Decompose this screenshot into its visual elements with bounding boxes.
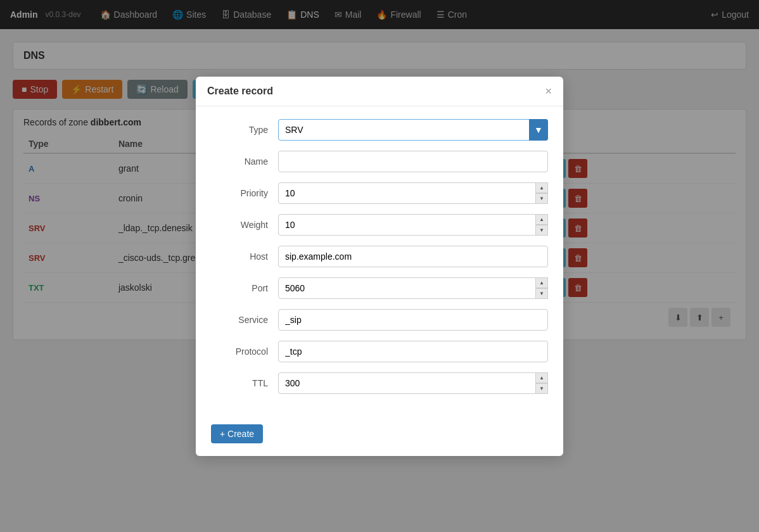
priority-up[interactable]: ▲ [535, 182, 548, 193]
field-host: Host [211, 246, 548, 267]
weight-spinner: ▲ ▼ [278, 214, 548, 236]
modal-title: Create record [207, 86, 273, 97]
protocol-input[interactable] [278, 341, 548, 353]
type-label: Type [211, 125, 268, 135]
port-label: Port [211, 283, 268, 293]
weight-spinner-buttons: ▲ ▼ [535, 214, 548, 236]
host-label: Host [211, 251, 268, 262]
name-label: Name [211, 156, 268, 167]
weight-up[interactable]: ▲ [535, 214, 548, 225]
field-weight: Weight ▲ ▼ [211, 214, 548, 236]
priority-input[interactable] [278, 182, 548, 204]
port-up[interactable]: ▲ [535, 277, 548, 288]
weight-input[interactable] [278, 214, 548, 236]
priority-spinner: ▲ ▼ [278, 182, 548, 204]
type-select[interactable]: AAAAACAACNAMEMXNSPTRSOASPFSRVSSHFPTLSATX… [278, 119, 548, 141]
port-down[interactable]: ▼ [535, 288, 548, 299]
weight-down[interactable]: ▼ [535, 225, 548, 236]
modal-overlay: Create record × Type AAAAACAACNAMEMXNSPT… [0, 0, 759, 353]
modal-header: Create record × [196, 77, 563, 106]
create-record-modal: Create record × Type AAAAACAACNAMEMXNSPT… [196, 77, 563, 353]
service-label: Service [211, 315, 268, 325]
port-input[interactable] [278, 277, 548, 299]
field-service: Service [211, 309, 548, 331]
field-priority: Priority ▲ ▼ [211, 182, 548, 204]
protocol-label: Protocol [211, 346, 268, 353]
field-port: Port ▲ ▼ [211, 277, 548, 299]
modal-body: Type AAAAACAACNAMEMXNSPTRSOASPFSRVSSHFPT… [196, 106, 563, 353]
port-spinner: ▲ ▼ [278, 277, 548, 299]
port-spinner-buttons: ▲ ▼ [535, 277, 548, 299]
priority-down[interactable]: ▼ [535, 193, 548, 204]
field-type: Type AAAAACAACNAMEMXNSPTRSOASPFSRVSSHFPT… [211, 119, 548, 141]
weight-label: Weight [211, 220, 268, 230]
modal-close-button[interactable]: × [545, 86, 552, 97]
priority-spinner-buttons: ▲ ▼ [535, 182, 548, 204]
type-select-wrapper: AAAAACAACNAMEMXNSPTRSOASPFSRVSSHFPTLSATX… [278, 119, 548, 141]
field-protocol: Protocol [211, 341, 548, 353]
host-input[interactable] [278, 246, 548, 267]
field-name: Name [211, 151, 548, 172]
priority-label: Priority [211, 188, 268, 198]
service-input[interactable] [278, 309, 548, 331]
name-input[interactable] [278, 151, 548, 172]
